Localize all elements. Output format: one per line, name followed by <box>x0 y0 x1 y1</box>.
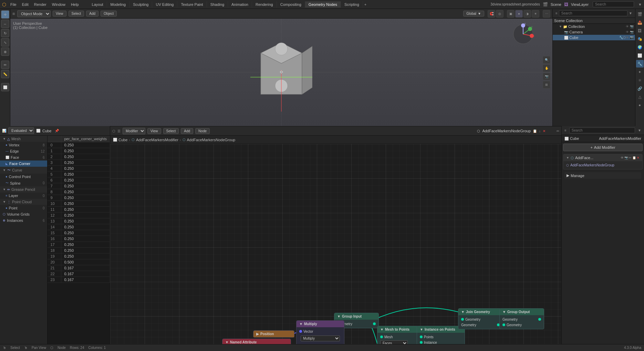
grid-btn[interactable]: ⊞ <box>543 81 550 89</box>
group-input-collapse[interactable]: ▼ <box>337 314 341 318</box>
instance-on-points-node[interactable]: ▼ Instance on Points Points Instance <box>417 326 465 344</box>
make-local-btn[interactable]: ↓ <box>539 129 541 133</box>
point-cloud-header[interactable]: ▼ ⋮ Point Cloud <box>0 199 47 205</box>
iop-collapse[interactable]: ▼ <box>420 328 423 331</box>
node-type-select[interactable]: Modifier <box>123 128 145 134</box>
rotate-tool[interactable]: ↻ <box>1 29 9 37</box>
collection-vis-eye[interactable]: 👁 <box>626 25 629 28</box>
modifier-edit-btn[interactable]: ✏ <box>629 156 632 159</box>
cube-vis-render[interactable]: 📷 <box>630 36 634 39</box>
instances-item[interactable]: ⊕ Instances 6 <box>0 217 47 224</box>
view-props-tab[interactable]: 🖼 <box>636 27 644 34</box>
tab-rendering[interactable]: Rendering <box>252 1 277 8</box>
measure-tool[interactable]: 📏 <box>1 70 9 78</box>
pin-icon[interactable]: 📌 <box>55 129 59 133</box>
render-props-tab[interactable]: 🎬 <box>636 10 644 18</box>
breadcrumb-modifier[interactable]: AddFaceMarkersModifier <box>136 138 178 142</box>
mtp-mode-select[interactable]: Faces <box>380 340 408 344</box>
data-props-tab[interactable]: △ <box>636 93 644 101</box>
props-filter-btn[interactable]: ▼ <box>638 128 641 132</box>
node-group-link[interactable]: ⬡ AddFaceMarkersNodeGroup <box>566 163 640 168</box>
named-attribute-node[interactable]: ▼ Named Attribute Attribute Exists <box>222 339 291 344</box>
3d-viewport[interactable]: User Perspective (1) Collection | Cube <box>10 19 552 126</box>
point-item[interactable]: ● Point 0 <box>0 205 47 211</box>
zoom-btn[interactable]: 🔍 <box>543 56 550 64</box>
add-btn[interactable]: Add <box>86 11 98 17</box>
breadcrumb-cube[interactable]: Cube <box>118 138 127 142</box>
group-input-geo-socket[interactable] <box>373 322 376 325</box>
add-workspace-btn[interactable]: + <box>364 2 366 7</box>
outliner-filter-btn[interactable]: ▼ <box>629 11 632 15</box>
collection-vis-render[interactable]: 📷 <box>630 25 634 28</box>
camera-btn[interactable]: 📷 <box>543 73 550 80</box>
select-btn[interactable]: Select <box>69 11 84 17</box>
global-search-input[interactable] <box>593 1 634 7</box>
edge-item[interactable]: — Edge 12 <box>0 148 47 154</box>
hand-btn[interactable]: ✋ <box>543 64 550 72</box>
modifier-delete-btn[interactable]: ✕ <box>637 156 640 159</box>
modifier-render-btn[interactable]: 📷 <box>624 156 628 159</box>
face-item[interactable]: ⬜ Face 6 <box>0 154 47 161</box>
menu-window[interactable]: Window <box>49 2 68 7</box>
groupout-collapse[interactable]: ▼ <box>502 310 506 314</box>
material-btn[interactable]: ◑ <box>523 10 531 18</box>
outliner-camera-item[interactable]: 📷 Camera 👁 📷 <box>553 29 635 35</box>
annotate-tool[interactable]: ✏ <box>1 61 9 69</box>
tab-compositing[interactable]: Compositing <box>277 1 305 8</box>
rendered-btn[interactable]: ☀ <box>532 10 539 18</box>
curve-section-header[interactable]: ▼ 〜 Curve <box>0 167 47 174</box>
camera-vis-eye[interactable]: 👁 <box>626 30 629 34</box>
menu-help[interactable]: Help <box>68 2 82 7</box>
world-props-tab[interactable]: 🌍 <box>636 43 644 51</box>
node-select-btn[interactable]: Select <box>163 128 179 134</box>
tab-texture-paint[interactable]: Texture Paint <box>177 1 207 8</box>
groupout-geo-out-socket[interactable] <box>502 323 505 326</box>
output-props-tab[interactable]: 📤 <box>636 19 644 26</box>
named-attr-collapse[interactable]: ▼ <box>225 340 229 344</box>
copy-node-group-btn[interactable]: 📋 <box>533 129 537 133</box>
object-mode-select[interactable]: Object Mode <box>17 10 51 17</box>
volume-grids-item[interactable]: ⬡ Volume Grids <box>0 211 47 217</box>
multiply-vec-in-socket[interactable] <box>299 330 302 333</box>
modifier-copy-btn[interactable]: 📋 <box>632 156 636 159</box>
outliner-collection-item[interactable]: ▼ 📁 Collection 👁 📷 <box>553 24 635 29</box>
wireframe-btn[interactable]: ▣ <box>507 10 515 18</box>
magnet-snap-btn[interactable]: 🧲 <box>488 10 495 18</box>
node-add-btn[interactable]: Add <box>181 128 193 134</box>
control-point-item[interactable]: ● Control Point <box>0 174 47 180</box>
node-node-btn[interactable]: Node <box>195 128 210 134</box>
spline-item[interactable]: 〜 Spline 0 <box>0 180 47 186</box>
tab-scripting[interactable]: Scripting <box>341 1 363 8</box>
node-canvas[interactable]: ▼ Group Input Geometry <box>110 144 561 344</box>
manage-btn[interactable]: ▶ Manage <box>564 172 641 179</box>
solid-btn[interactable]: ● <box>515 10 523 18</box>
transform-orientation-btn[interactable]: Global ▼ <box>463 11 484 17</box>
breadcrumb-nodegroup[interactable]: AddFaceMarkersNodeGroup <box>187 138 236 142</box>
viewport-options-btn[interactable]: ⋯ <box>543 10 550 18</box>
joingeo-geo-in-socket[interactable] <box>461 318 464 321</box>
mtp-mesh-in-socket[interactable] <box>380 335 383 338</box>
position-node[interactable]: ▶ Position <box>253 330 294 338</box>
node-editor-toggle[interactable]: ☰ <box>117 129 121 133</box>
physics-tab[interactable]: ⚛ <box>636 76 644 84</box>
object-props-tab[interactable]: ⬜ <box>636 52 644 59</box>
menu-file[interactable]: File <box>8 2 19 7</box>
modifier-collapse-arrow[interactable]: ▼ <box>566 156 569 159</box>
tab-animation[interactable]: Animation <box>228 1 252 8</box>
vertex-item[interactable]: ● Vertex 8 <box>0 142 47 148</box>
constraints-tab[interactable]: 🔗 <box>636 85 644 92</box>
tab-modeling[interactable]: Modeling <box>107 1 130 8</box>
scene-props-tab[interactable]: 🎭 <box>636 35 644 43</box>
proportional-edit-btn[interactable]: ◎ <box>496 10 503 18</box>
face-corner-item[interactable]: ◣ Face Corner <box>0 161 47 167</box>
join-geometry-node[interactable]: ▼ Join Geometry Geometry Geometry <box>458 308 503 329</box>
node-edit-icon[interactable]: ✏ <box>557 129 559 133</box>
filter-icon[interactable]: ▼ <box>638 2 642 7</box>
menu-render[interactable]: Render <box>31 2 49 7</box>
mtp-collapse[interactable]: ▼ <box>380 328 384 331</box>
modifier-realtime-btn[interactable]: 👁 <box>621 156 624 159</box>
iop-pts-socket[interactable] <box>420 335 423 338</box>
material-tab[interactable]: ● <box>636 101 644 109</box>
view-btn[interactable]: View <box>53 11 66 17</box>
object-btn[interactable]: Object <box>101 11 117 17</box>
